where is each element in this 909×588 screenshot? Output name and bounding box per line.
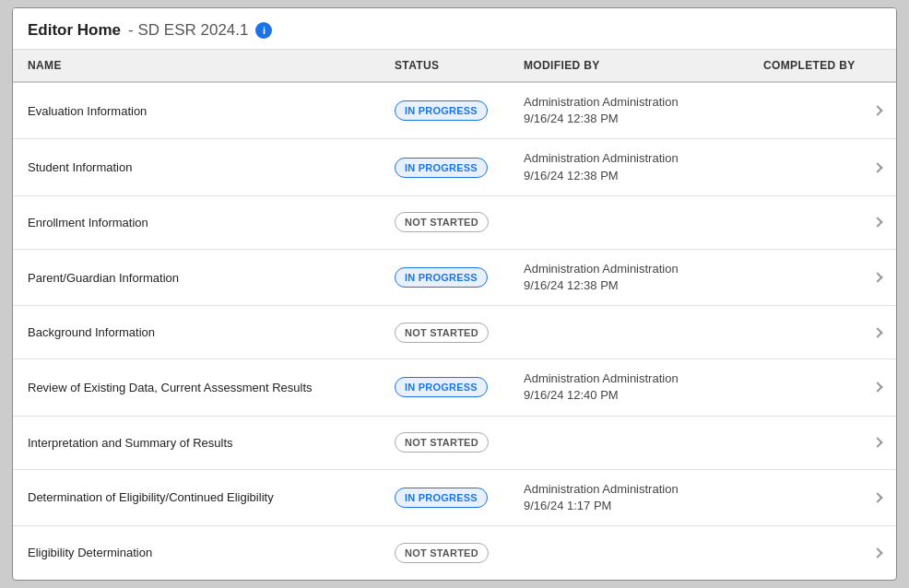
row-status: IN PROGRESS bbox=[380, 476, 509, 519]
row-status: NOT STARTED bbox=[380, 312, 509, 354]
row-name: Parent/Guardian Information bbox=[13, 260, 380, 296]
row-name: Eligibility Determination bbox=[13, 535, 380, 570]
row-status: IN PROGRESS bbox=[380, 89, 509, 132]
row-chevron bbox=[749, 428, 896, 457]
row-name: Background Information bbox=[13, 314, 380, 350]
row-modified-by: Administration Administration9/16/24 12:… bbox=[509, 250, 749, 305]
table-row[interactable]: Review of Existing Data, Current Assessm… bbox=[13, 359, 896, 416]
col-header-completed: COMPLETED BY bbox=[749, 50, 896, 81]
col-header-name: NAME bbox=[13, 50, 380, 81]
status-badge: IN PROGRESS bbox=[395, 267, 488, 288]
page-title: Editor Home bbox=[28, 21, 121, 40]
row-name: Determination of Eligibility/Continued E… bbox=[13, 479, 380, 515]
row-status: NOT STARTED bbox=[380, 201, 509, 243]
col-header-modified: MODIFIED BY bbox=[509, 50, 749, 81]
row-modified-by bbox=[509, 322, 749, 344]
row-modified-by: Administration Administration9/16/24 12:… bbox=[509, 359, 749, 415]
status-badge: NOT STARTED bbox=[395, 212, 489, 232]
data-table: NAME STATUS MODIFIED BY COMPLETED BY Eva… bbox=[13, 50, 896, 580]
chevron-right-icon bbox=[872, 437, 882, 447]
row-modified-by bbox=[509, 542, 749, 564]
table-row[interactable]: Evaluation InformationIN PROGRESSAdminis… bbox=[13, 83, 896, 139]
status-badge: IN PROGRESS bbox=[395, 377, 488, 397]
main-window: Editor Home - SD ESR 2024.1 i NAME STATU… bbox=[12, 7, 897, 581]
status-badge: IN PROGRESS bbox=[395, 158, 488, 178]
row-modified-by: Administration Administration9/16/24 12:… bbox=[509, 139, 749, 194]
row-modified-by: Administration Administration9/16/24 1:1… bbox=[509, 470, 749, 525]
row-name: Review of Existing Data, Current Assessm… bbox=[13, 370, 380, 406]
col-header-status: STATUS bbox=[380, 50, 509, 81]
row-status: NOT STARTED bbox=[380, 421, 509, 464]
row-name: Enrollment Information bbox=[13, 205, 380, 241]
table-row[interactable]: Parent/Guardian InformationIN PROGRESSAd… bbox=[13, 250, 896, 306]
row-modified-by bbox=[509, 211, 749, 233]
status-badge: IN PROGRESS bbox=[395, 488, 488, 508]
table-header: NAME STATUS MODIFIED BY COMPLETED BY bbox=[13, 50, 896, 83]
table-row[interactable]: Eligibility DeterminationNOT STARTED bbox=[13, 526, 896, 580]
row-name: Student Information bbox=[13, 149, 380, 185]
row-status: IN PROGRESS bbox=[380, 366, 509, 408]
chevron-right-icon bbox=[872, 218, 882, 228]
row-status: NOT STARTED bbox=[380, 532, 509, 574]
row-chevron bbox=[749, 153, 896, 182]
row-status: IN PROGRESS bbox=[380, 256, 509, 299]
row-chevron bbox=[749, 263, 896, 292]
chevron-right-icon bbox=[872, 547, 882, 558]
chevron-right-icon bbox=[872, 162, 882, 172]
chevron-right-icon bbox=[872, 382, 882, 393]
status-badge: NOT STARTED bbox=[395, 323, 489, 343]
table-body: Evaluation InformationIN PROGRESSAdminis… bbox=[13, 83, 896, 580]
chevron-right-icon bbox=[872, 327, 882, 337]
row-chevron bbox=[749, 372, 896, 402]
table-row[interactable]: Enrollment InformationNOT STARTED bbox=[13, 196, 896, 250]
status-badge: NOT STARTED bbox=[395, 543, 489, 563]
row-status: IN PROGRESS bbox=[380, 147, 509, 189]
row-name: Evaluation Information bbox=[13, 93, 380, 129]
row-chevron bbox=[749, 318, 896, 347]
chevron-right-icon bbox=[872, 492, 882, 502]
chevron-right-icon bbox=[872, 106, 882, 116]
row-modified-by bbox=[509, 431, 749, 453]
row-chevron bbox=[749, 538, 896, 568]
page-subtitle: - SD ESR 2024.1 bbox=[128, 21, 248, 40]
table-row[interactable]: Determination of Eligibility/Continued E… bbox=[13, 470, 896, 526]
window-header: Editor Home - SD ESR 2024.1 i bbox=[13, 8, 896, 50]
row-name: Interpretation and Summary of Results bbox=[13, 425, 380, 461]
row-chevron bbox=[749, 483, 896, 512]
chevron-right-icon bbox=[872, 272, 882, 282]
row-modified-by: Administration Administration9/16/24 12:… bbox=[509, 83, 749, 138]
table-row[interactable]: Student InformationIN PROGRESSAdministra… bbox=[13, 139, 896, 195]
status-badge: IN PROGRESS bbox=[395, 100, 488, 121]
status-badge: NOT STARTED bbox=[395, 432, 489, 453]
row-chevron bbox=[749, 207, 896, 237]
table-row[interactable]: Background InformationNOT STARTED bbox=[13, 306, 896, 359]
info-icon[interactable]: i bbox=[255, 22, 272, 39]
row-chevron bbox=[749, 96, 896, 125]
table-row[interactable]: Interpretation and Summary of ResultsNOT… bbox=[13, 417, 896, 470]
